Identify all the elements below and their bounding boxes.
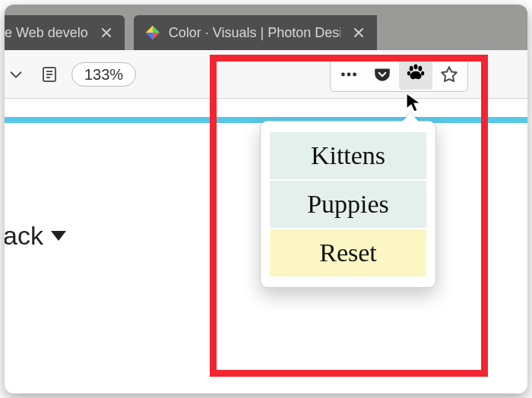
svg-point-8	[341, 72, 345, 76]
popup-item-puppies[interactable]: Puppies	[270, 181, 426, 228]
reader-view-icon[interactable]	[38, 63, 61, 86]
tab-label: Color · Visuals | Photon Design	[169, 25, 340, 41]
close-icon[interactable]	[96, 22, 117, 43]
chevron-down-icon[interactable]	[5, 63, 27, 86]
extension-popup: Kittens Puppies Reset	[260, 121, 436, 288]
pocket-icon[interactable]	[366, 59, 399, 90]
extension-paw-button[interactable]	[399, 59, 432, 90]
tab-strip: e Web develo Color · Visuals | Photon De…	[5, 5, 527, 50]
firefox-favicon-icon	[144, 24, 161, 41]
svg-marker-1	[153, 26, 160, 33]
svg-point-11	[410, 65, 413, 71]
zoom-level-pill[interactable]: 133%	[71, 62, 136, 87]
tab-web-develop[interactable]: e Web develo	[5, 15, 125, 50]
svg-point-12	[414, 64, 418, 69]
bookmark-star-icon[interactable]	[432, 59, 466, 90]
popup-item-kittens[interactable]: Kittens	[270, 132, 426, 179]
zoom-level-label: 133%	[84, 66, 123, 83]
caret-down-icon	[51, 231, 66, 241]
popup-item-label: Kittens	[311, 141, 385, 170]
popup-item-label: Puppies	[307, 190, 389, 219]
page-actions-group	[330, 57, 468, 92]
popup-item-label: Reset	[319, 238, 377, 267]
svg-point-15	[421, 71, 424, 75]
page-dropdown-label[interactable]: ack	[5, 221, 66, 251]
page-actions-menu-icon[interactable]	[332, 59, 366, 90]
svg-marker-3	[146, 26, 153, 33]
tab-label: e Web develo	[5, 25, 88, 41]
paw-icon	[405, 62, 426, 87]
svg-point-10	[353, 72, 356, 76]
svg-point-13	[418, 65, 422, 71]
close-icon[interactable]	[348, 22, 369, 43]
page-dropdown-text: ack	[5, 221, 43, 251]
tab-color-visuals[interactable]: Color · Visuals | Photon Design	[134, 15, 377, 50]
popup-item-reset[interactable]: Reset	[270, 229, 426, 276]
svg-point-9	[347, 72, 351, 76]
toolbar: 133%	[5, 50, 527, 99]
svg-point-14	[407, 71, 410, 75]
svg-marker-2	[146, 33, 153, 39]
